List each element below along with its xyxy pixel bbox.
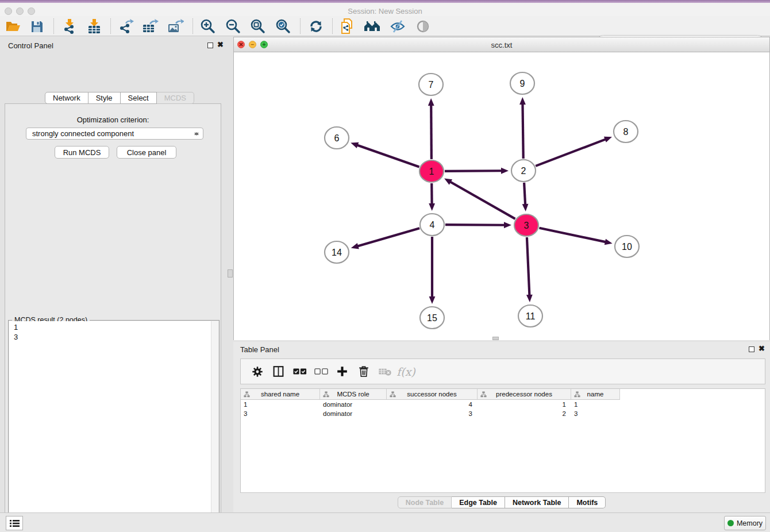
table-cell[interactable]: 1 (241, 400, 320, 409)
network-window-titlebar[interactable]: ✕ − + scc.txt (234, 37, 769, 52)
zoom-selected-icon[interactable] (274, 18, 292, 35)
import-table-icon[interactable] (85, 18, 103, 35)
memory-button[interactable]: Memory (724, 516, 766, 530)
column-header-label: name (587, 391, 604, 398)
graph-edge-1-7[interactable] (431, 105, 432, 159)
graph-edge-2-3[interactable] (524, 183, 525, 205)
optimization-criterion-select[interactable]: strongly connected component (26, 128, 203, 140)
graph-node-label: 6 (334, 133, 340, 143)
close-panel-button[interactable]: Close panel (117, 146, 176, 159)
graph-node-label: 3 (524, 221, 529, 230)
network-graph[interactable]: 7968124314101511 (234, 52, 769, 340)
table-cell[interactable]: 2 (478, 409, 571, 418)
mcds-result-box: MCDS result (2 nodes) 13 (8, 320, 220, 532)
export-network-icon[interactable] (117, 18, 136, 35)
graph-edge-3-11[interactable] (527, 237, 530, 296)
open-session-icon[interactable] (4, 18, 22, 35)
export-image-icon[interactable] (166, 18, 184, 35)
close-panel-icon[interactable]: ✖ (217, 40, 224, 49)
graph-edge-arrowhead (605, 239, 613, 245)
table-settings-icon[interactable] (247, 363, 268, 380)
graph-edge-arrowhead (526, 295, 533, 302)
column-header-label: shared name (261, 391, 299, 398)
graph-edge-4-3[interactable] (445, 225, 505, 225)
function-builder-icon[interactable]: f(x) (395, 363, 417, 380)
graph-edge-arrowhead (519, 97, 526, 105)
float-table-panel-icon[interactable] (749, 346, 754, 352)
unselect-all-columns-icon[interactable] (310, 363, 332, 380)
table-cell[interactable]: 3 (387, 409, 478, 418)
show-hidden-icon[interactable] (414, 18, 432, 35)
tab-network[interactable]: Network (45, 92, 88, 104)
float-panel-icon[interactable] (207, 43, 213, 48)
add-icon[interactable] (332, 363, 353, 380)
tab-select[interactable]: Select (121, 92, 157, 104)
tab-style[interactable]: Style (88, 92, 121, 104)
tab-motifs[interactable]: Motifs (569, 496, 606, 508)
column-type-icon (323, 391, 329, 398)
control-panel: Control Panel ✖ NetworkStyleSelectMCDS O… (0, 36, 226, 508)
graph-edge-2-8[interactable] (536, 139, 606, 166)
table-panel-title: Table Panel (240, 345, 279, 354)
graph-node-label: 9 (520, 79, 525, 88)
graph-edge-1-6[interactable] (357, 145, 419, 167)
task-history-button[interactable] (6, 516, 23, 530)
tab-mcds[interactable]: MCDS (157, 92, 194, 104)
table-cell[interactable]: 1 (478, 400, 571, 409)
splitter-grip-vertical[interactable] (228, 269, 233, 277)
tab-edge-table[interactable]: Edge Table (452, 496, 505, 508)
column-header-name[interactable]: name (571, 389, 620, 400)
network-file-icon[interactable] (338, 18, 356, 35)
table-panel: Table Panel ✖ (233, 342, 770, 512)
graph-edge-arrowhead (428, 98, 434, 106)
control-panel-title: Control Panel (8, 41, 53, 50)
hide-selected-icon[interactable] (388, 18, 407, 35)
column-type-icon (480, 391, 487, 398)
zoom-in-icon[interactable] (199, 18, 217, 35)
close-table-panel-icon[interactable]: ✖ (759, 344, 765, 353)
graph-edge-arrowhead (429, 296, 436, 304)
export-table-icon[interactable] (141, 18, 159, 35)
graph-edge-1-2[interactable] (445, 171, 502, 171)
mcds-result-list[interactable]: 13 (9, 321, 218, 532)
network-view-window: ✕ − + scc.txt 7968124314101511 (233, 37, 770, 340)
home-icon[interactable] (363, 18, 382, 35)
column-header-predecessor-nodes[interactable]: predecessor nodes (478, 389, 571, 400)
zoom-fit-icon[interactable] (249, 18, 267, 35)
tab-node-table[interactable]: Node Table (398, 496, 452, 508)
select-all-columns-icon[interactable] (289, 363, 310, 380)
network-canvas[interactable]: 7968124314101511 (234, 52, 769, 340)
table-cell[interactable]: 3 (571, 409, 620, 418)
delete-table-icon[interactable] (374, 363, 395, 380)
delete-icon[interactable] (353, 363, 374, 380)
node-table[interactable]: shared nameMCDS rolesuccessor nodesprede… (240, 388, 765, 493)
zoom-out-icon[interactable] (224, 18, 242, 35)
column-header-MCDS-role[interactable]: MCDS role (320, 389, 387, 400)
control-panel-tabs: NetworkStyleSelectMCDS (45, 92, 194, 104)
mcds-panel: Optimization criterion: strongly connect… (5, 103, 221, 532)
table-cell[interactable]: 1 (571, 400, 620, 409)
result-scrollbar[interactable] (211, 321, 218, 532)
table-row[interactable]: 1dominator411 (241, 400, 765, 409)
import-network-icon[interactable] (61, 18, 79, 35)
graph-edge-2-9[interactable] (522, 103, 523, 159)
graph-node-label: 7 (429, 80, 434, 90)
apply-layout-icon[interactable] (307, 18, 325, 35)
graph-edge-3-1[interactable] (450, 182, 515, 219)
graph-edge-3-10[interactable] (539, 228, 606, 242)
save-session-icon[interactable] (28, 18, 46, 35)
table-cell[interactable]: dominator (320, 409, 387, 418)
run-mcds-button[interactable]: Run MCDS (55, 146, 109, 159)
column-header-shared-name[interactable]: shared name (241, 389, 320, 400)
graph-edge-4-14[interactable] (357, 228, 419, 246)
table-cell[interactable]: 3 (241, 409, 320, 418)
splitter-grip-horizontal[interactable] (492, 337, 499, 340)
column-header-successor-nodes[interactable]: successor nodes (387, 389, 478, 400)
split-columns-icon[interactable] (268, 363, 289, 380)
column-type-icon (390, 391, 396, 398)
table-row[interactable]: 3dominator323 (241, 409, 765, 418)
table-cell[interactable]: dominator (320, 400, 387, 409)
tab-network-table[interactable]: Network Table (505, 496, 569, 508)
table-cell[interactable]: 4 (387, 400, 478, 409)
graph-node-label: 10 (622, 242, 632, 252)
